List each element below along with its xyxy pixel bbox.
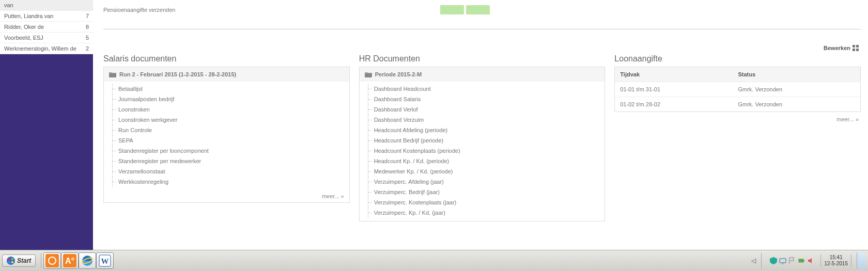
doc-item[interactable]: Loonstroken	[104, 104, 349, 115]
progress-blocks	[440, 5, 490, 14]
windows-icon	[7, 257, 15, 265]
svg-text:W: W	[101, 257, 109, 265]
loonaangifte-more-link[interactable]: meer... »	[614, 112, 861, 122]
tray-security-icon[interactable]	[770, 257, 777, 264]
cell-status: Gmrk. Verzonden	[733, 82, 860, 97]
employee-name: Werknemerslogin, Willem de	[4, 45, 76, 52]
doc-item[interactable]: Dashboard Verzuim	[360, 115, 605, 125]
doc-item[interactable]: Betaallijst	[104, 84, 349, 94]
hr-column: HR Documenten Periode 2015-2-M Dashboard…	[359, 54, 606, 221]
doc-item[interactable]: Verzuimperc. Kp. / Kd. (jaar)	[360, 208, 605, 218]
col-tijdvak: Tijdvak	[615, 67, 733, 82]
progress-step-label[interactable]: Pensioenaangifte verzenden	[103, 7, 440, 13]
cell-tijdvak: 01-02 t/m 28-02	[615, 97, 733, 112]
doc-item[interactable]: Werkkostenregeling	[104, 177, 349, 187]
employee-row[interactable]: Werknemerslogin, Willem de2	[0, 43, 93, 54]
employee-row[interactable]: Voorbeeld, ESJ5	[0, 33, 93, 43]
doc-item[interactable]: Standenregister per medewerker	[104, 156, 349, 166]
show-desktop-button[interactable]	[857, 252, 866, 269]
doc-item[interactable]: Headcount Kostenplaats (periode)	[360, 146, 605, 156]
svg-text:A°: A°	[65, 257, 74, 265]
clock-date: 12-5-2015	[824, 261, 848, 267]
table-row[interactable]: 01-01 t/m 31-01 Gmrk. Verzonden	[615, 82, 860, 97]
employee-num: 5	[86, 35, 89, 41]
doc-item[interactable]: Headcount Afdeling (periode)	[360, 125, 605, 135]
hr-folder-label: Periode 2015-2-M	[375, 71, 422, 77]
clock-time: 15:41	[824, 254, 848, 261]
employee-name: Ridder, Oker de	[4, 24, 44, 30]
employee-num: 7	[86, 13, 89, 19]
svg-point-0	[7, 257, 15, 265]
doc-item[interactable]: Run Controle	[104, 125, 349, 135]
doc-item[interactable]: Verzamelloonstaat	[104, 166, 349, 177]
taskbar-app-word[interactable]: W	[96, 252, 114, 269]
doc-item[interactable]: Verzuimperc. Bedrijf (jaar)	[360, 187, 605, 197]
hr-folder-header[interactable]: Periode 2015-2-M	[360, 67, 605, 82]
svg-rect-10	[799, 259, 803, 262]
employee-name: van	[4, 2, 13, 8]
system-tray: ◁ 15:41 12-5-2015	[751, 252, 866, 269]
svg-rect-9	[780, 259, 786, 263]
loonaangifte-column: Loonaangifte Tijdvak Status 01-01 t/m 31…	[614, 54, 861, 122]
tray-flag-icon[interactable]	[788, 257, 796, 264]
employee-row[interactable]: Putten, Liandra van7	[0, 11, 93, 22]
doc-item[interactable]: SEPA	[104, 135, 349, 146]
taskbar: Start A° W ◁ 15:41 12-5-2015	[0, 250, 868, 271]
salaris-column: Salaris documenten Run 2 - Februari 2015…	[103, 54, 350, 203]
employee-row[interactable]: Ridder, Oker de8	[0, 22, 93, 33]
taskbar-clock[interactable]: 15:41 12-5-2015	[820, 254, 851, 267]
start-label: Start	[17, 257, 31, 264]
employee-name: Voorbeeld, ESJ	[4, 35, 43, 41]
employee-row[interactable]: van	[0, 0, 93, 11]
salaris-folder-header[interactable]: Run 2 - Februari 2015 (1-2-2015 - 28-2-2…	[104, 67, 349, 82]
doc-item[interactable]: Standenregister per looncomponent	[104, 146, 349, 156]
grid-icon	[853, 45, 859, 51]
doc-item[interactable]: Dashboard Salaris	[360, 94, 605, 104]
doc-item[interactable]: Medewerker Kp. / Kd. (periode)	[360, 166, 605, 177]
start-button[interactable]: Start	[2, 254, 36, 267]
doc-item[interactable]: Loonstroken werkgever	[104, 115, 349, 125]
progress-block	[440, 5, 464, 14]
tray-volume-icon[interactable]	[807, 257, 814, 264]
doc-item[interactable]: Dashboard Headcount	[360, 84, 605, 94]
employee-num: 8	[86, 24, 89, 30]
doc-item[interactable]: Journaalposten bedrijf	[104, 94, 349, 104]
svg-rect-11	[803, 260, 804, 261]
edit-label: Bewerken	[824, 45, 850, 51]
loonaangifte-title: Loonaangifte	[614, 54, 861, 63]
cell-status: Gmrk. Verzonden	[733, 97, 860, 112]
col-status: Status	[733, 67, 860, 82]
loonaangifte-table: Tijdvak Status 01-01 t/m 31-01 Gmrk. Ver…	[615, 67, 860, 111]
tray-power-icon[interactable]	[798, 257, 805, 264]
tray-separator	[761, 253, 762, 268]
salaris-folder-label: Run 2 - Februari 2015 (1-2-2015 - 28-2-2…	[119, 71, 236, 77]
taskbar-app-a[interactable]: A°	[61, 252, 79, 269]
employee-list: van Putten, Liandra van7 Ridder, Oker de…	[0, 0, 93, 54]
taskbar-app-ie[interactable]	[79, 252, 96, 269]
doc-item[interactable]: Headcount Kp. / Kd. (periode)	[360, 156, 605, 166]
doc-item[interactable]: Dashboard Verlof	[360, 104, 605, 115]
salaris-panel: Run 2 - Februari 2015 (1-2-2015 - 28-2-2…	[103, 67, 350, 203]
hr-tree: Dashboard Headcount Dashboard Salaris Da…	[360, 82, 605, 221]
doc-item[interactable]: Headcount Bedrijf (periode)	[360, 135, 605, 146]
tray-expand-icon[interactable]: ◁	[751, 257, 756, 264]
svg-rect-1	[45, 254, 59, 267]
salaris-title: Salaris documenten	[103, 54, 350, 63]
employee-name: Putten, Liandra van	[4, 13, 53, 19]
taskbar-separator	[41, 253, 41, 268]
taskbar-app-nmbrs[interactable]	[43, 252, 61, 269]
salaris-more-link[interactable]: meer... »	[104, 190, 349, 202]
folder-icon	[109, 71, 116, 77]
edit-button[interactable]: Bewerken	[824, 45, 859, 51]
doc-item[interactable]: Verzuimperc. Afdeling (jaar)	[360, 177, 605, 187]
sidebar: van Putten, Liandra van7 Ridder, Oker de…	[0, 0, 93, 250]
table-row[interactable]: 01-02 t/m 28-02 Gmrk. Verzonden	[615, 97, 860, 112]
hr-panel: Periode 2015-2-M Dashboard Headcount Das…	[359, 67, 606, 221]
hr-title: HR Documenten	[359, 54, 606, 63]
progress-row: Pensioenaangifte verzenden	[103, 0, 861, 29]
tray-network-icon[interactable]	[779, 257, 786, 264]
main-content: Pensioenaangifte verzenden Bewerken Sala…	[93, 0, 868, 250]
employee-num: 2	[86, 45, 89, 52]
loonaangifte-panel: Tijdvak Status 01-01 t/m 31-01 Gmrk. Ver…	[614, 67, 861, 112]
doc-item[interactable]: Verzuimperc. Kostenplaats (jaar)	[360, 197, 605, 208]
